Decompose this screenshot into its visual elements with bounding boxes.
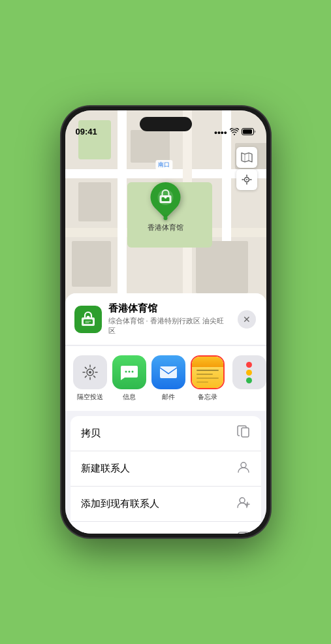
dynamic-island bbox=[140, 117, 192, 131]
svg-rect-17 bbox=[242, 428, 249, 437]
quick-note-label: 添加到新快速备忘录 bbox=[81, 533, 236, 534]
messages-icon bbox=[112, 355, 146, 389]
phone-screen: 09:41 ●●●● bbox=[65, 110, 266, 534]
messages-label: 信息 bbox=[123, 393, 136, 402]
pin-label: 香港体育馆 bbox=[148, 223, 183, 233]
svg-point-14 bbox=[128, 371, 130, 373]
location-card: 香港体育馆 综合体育馆 · 香港特别行政区 油尖旺区 ✕ bbox=[65, 293, 266, 345]
svg-point-12 bbox=[89, 371, 91, 374]
location-info: 香港体育馆 综合体育馆 · 香港特别行政区 油尖旺区 bbox=[108, 302, 231, 336]
copy-icon bbox=[236, 425, 251, 442]
add-contact-label: 添加到现有联系人 bbox=[81, 498, 236, 510]
share-item-notes[interactable]: 备忘录 bbox=[191, 355, 225, 402]
notes-icon bbox=[191, 355, 225, 389]
divider-1 bbox=[65, 345, 266, 346]
signal-icon: ●●●● bbox=[214, 129, 227, 136]
status-icons: ●●●● bbox=[214, 128, 256, 137]
svg-rect-16 bbox=[160, 366, 177, 378]
share-item-mail[interactable]: 邮件 bbox=[151, 355, 185, 402]
quick-note-icon bbox=[236, 530, 251, 534]
svg-point-18 bbox=[241, 462, 246, 468]
wifi-icon bbox=[230, 128, 239, 137]
share-item-messages[interactable]: 信息 bbox=[112, 355, 146, 402]
svg-point-10 bbox=[86, 315, 89, 319]
share-more[interactable] bbox=[232, 355, 266, 402]
action-item-copy[interactable]: 拷贝 bbox=[71, 416, 261, 451]
svg-point-15 bbox=[131, 371, 133, 373]
svg-point-19 bbox=[240, 498, 245, 503]
action-list: 拷贝 新建联系人 bbox=[71, 416, 261, 534]
location-subtitle: 综合体育馆 · 香港特别行政区 油尖旺区 bbox=[108, 316, 231, 336]
mail-label: 邮件 bbox=[162, 393, 175, 402]
bottom-sheet: 香港体育馆 综合体育馆 · 香港特别行政区 油尖旺区 ✕ bbox=[65, 293, 266, 534]
svg-point-3 bbox=[246, 179, 247, 180]
battery-icon bbox=[242, 128, 256, 137]
close-button[interactable]: ✕ bbox=[238, 310, 256, 329]
location-button[interactable] bbox=[236, 169, 257, 190]
action-item-add-contact[interactable]: 添加到现有联系人 bbox=[71, 487, 261, 522]
airdrop-label: 隔空投送 bbox=[77, 393, 103, 402]
map-type-button[interactable] bbox=[236, 147, 257, 168]
svg-rect-1 bbox=[243, 129, 252, 134]
copy-label: 拷贝 bbox=[81, 427, 236, 440]
add-contact-icon bbox=[236, 495, 251, 513]
mail-icon bbox=[151, 355, 185, 389]
svg-point-7 bbox=[165, 196, 167, 199]
more-icon bbox=[232, 355, 266, 389]
airdrop-icon bbox=[73, 355, 107, 389]
share-row: 隔空投送 信息 bbox=[65, 346, 266, 411]
south-gate-label: 南口 bbox=[155, 160, 172, 170]
map-controls bbox=[236, 147, 257, 191]
new-contact-icon bbox=[236, 460, 251, 477]
action-item-quick-note[interactable]: 添加到新快速备忘录 bbox=[71, 522, 261, 534]
share-item-airdrop[interactable]: 隔空投送 bbox=[73, 355, 107, 402]
phone-frame: 09:41 ●●●● bbox=[61, 106, 270, 538]
action-item-new-contact[interactable]: 新建联系人 bbox=[71, 451, 261, 487]
location-icon bbox=[74, 306, 102, 333]
svg-point-13 bbox=[125, 371, 127, 373]
notes-label: 备忘录 bbox=[198, 393, 217, 402]
new-contact-label: 新建联系人 bbox=[81, 462, 236, 475]
svg-rect-20 bbox=[238, 532, 249, 534]
location-name: 香港体育馆 bbox=[108, 302, 231, 315]
location-pin: 香港体育馆 bbox=[148, 182, 183, 233]
